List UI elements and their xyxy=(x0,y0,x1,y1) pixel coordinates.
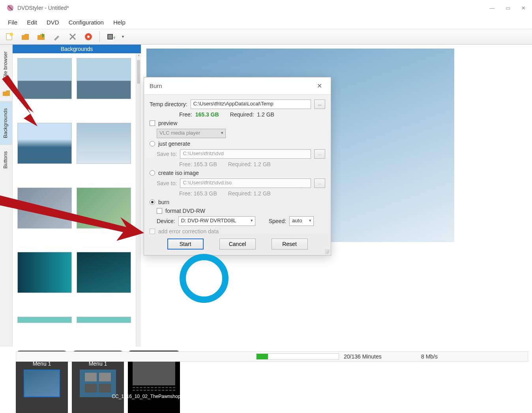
burn-label: burn xyxy=(158,199,169,205)
dialog-titlebar: Burn ✕ xyxy=(144,77,331,95)
required-value: 1.2 GB xyxy=(257,111,274,118)
disc-usage-fill xyxy=(257,354,268,359)
maximize-button[interactable]: ▭ xyxy=(506,5,510,11)
clip-thumb xyxy=(133,358,175,385)
format-dvdrw-label: format DVD-RW xyxy=(165,208,205,214)
menu-edit[interactable]: Edit xyxy=(23,17,41,27)
side-tab-backgrounds[interactable]: Backgrounds xyxy=(0,101,12,145)
window-title: DVDStyler - Untitled* xyxy=(17,5,489,11)
menubar: File Edit DVD Configuration Help xyxy=(0,16,532,29)
svg-rect-6 xyxy=(108,35,112,39)
temp-dir-browse-button[interactable]: ... xyxy=(314,99,325,109)
just-generate-radio[interactable] xyxy=(150,141,155,146)
temp-dir-label: Temp directory: xyxy=(150,101,187,107)
svg-point-2 xyxy=(10,33,13,36)
filmstrip-icon xyxy=(133,387,175,391)
saveto1-label: Save to: xyxy=(157,151,177,157)
scroll-up-icon[interactable]: ˄ xyxy=(136,53,141,60)
side-tab-folder-icon[interactable] xyxy=(0,86,12,101)
disc-usage-bar xyxy=(256,353,339,360)
add-clip-button[interactable]: + xyxy=(105,30,117,43)
clip-label: CC_1916_10_02_ThePawnshop_512kb xyxy=(111,392,197,400)
add-clip-dropdown-icon[interactable]: ▼ xyxy=(121,35,125,39)
speed-select[interactable]: auto xyxy=(289,216,314,226)
iso-free: Free: 165.3 GB xyxy=(179,190,217,197)
start-button[interactable]: Start xyxy=(167,238,204,250)
cancel-button[interactable]: Cancel xyxy=(219,238,256,250)
background-thumb[interactable] xyxy=(77,123,131,164)
required-label: Required: xyxy=(230,111,254,118)
backgrounds-grid xyxy=(13,53,136,347)
side-tab-file-browser[interactable]: File browser xyxy=(0,45,12,86)
menu-dvd[interactable]: DVD xyxy=(43,17,63,27)
backgrounds-scrollbar[interactable]: ˄ xyxy=(136,53,141,347)
gen-req: Required: 1.2 GB xyxy=(228,161,271,167)
menu-configuration[interactable]: Configuration xyxy=(65,17,108,27)
dialog-title: Burn xyxy=(150,83,314,89)
background-thumb[interactable] xyxy=(77,252,131,293)
iso-req: Required: 1.2 GB xyxy=(228,190,271,197)
gen-free: Free: 165.3 GB xyxy=(179,161,217,167)
saveto1-input[interactable]: C:\Users\tfritz\dvd xyxy=(180,149,311,159)
menu-help[interactable]: Help xyxy=(109,17,129,27)
brush-button[interactable] xyxy=(51,30,63,43)
saveto1-browse-button[interactable]: ... xyxy=(314,149,325,159)
ecc-checkbox[interactable] xyxy=(150,229,155,234)
resize-grip-icon[interactable] xyxy=(325,249,330,254)
free-value: 165.3 GB xyxy=(195,111,219,118)
scroll-thumb[interactable] xyxy=(137,60,140,84)
saveto2-browse-button[interactable]: ... xyxy=(314,178,325,188)
backgrounds-header: Backgrounds xyxy=(13,45,141,53)
status-bitrate: 8 Mb/s xyxy=(421,353,438,360)
device-select[interactable]: D: DVD-RW DVRTD08L xyxy=(178,216,255,226)
background-thumb[interactable] xyxy=(17,123,72,164)
just-generate-label: just generate xyxy=(158,141,190,147)
burn-radio[interactable] xyxy=(150,199,155,205)
preview-player-select[interactable]: VLC media player xyxy=(157,129,226,138)
svg-point-4 xyxy=(87,36,90,38)
background-thumb[interactable] xyxy=(17,58,72,99)
background-thumb[interactable] xyxy=(77,58,131,99)
minimize-button[interactable]: — xyxy=(489,5,495,11)
saveto2-input[interactable]: C:\Users\tfritz\dvd.iso xyxy=(180,178,311,188)
statusbar: 20/136 Minutes 8 Mb/s xyxy=(16,351,528,362)
new-button[interactable] xyxy=(3,30,16,43)
speed-label: Speed: xyxy=(269,218,286,224)
create-iso-radio[interactable] xyxy=(150,170,155,176)
settings-button[interactable] xyxy=(66,30,79,43)
background-thumb[interactable] xyxy=(17,252,72,293)
free-label: Free: xyxy=(179,111,192,118)
dialog-close-button[interactable]: ✕ xyxy=(314,81,325,90)
background-thumb[interactable] xyxy=(77,188,131,229)
menu-file[interactable]: File xyxy=(4,17,21,27)
side-tab-buttons[interactable]: Buttons xyxy=(0,145,12,175)
ecc-label: add error correction data xyxy=(158,228,219,235)
background-thumb[interactable] xyxy=(17,317,72,323)
close-button[interactable]: ✕ xyxy=(521,5,526,11)
timeline-thumb xyxy=(80,370,116,397)
preview-checkbox[interactable] xyxy=(150,120,155,126)
burn-dialog: Burn ✕ Temp directory: C:\Users\tfritz\A… xyxy=(144,77,331,255)
side-tabs: File browser Backgrounds Buttons xyxy=(0,45,13,347)
toolbar-separator xyxy=(99,31,100,42)
backgrounds-panel: Backgrounds ˄ xyxy=(13,45,141,347)
background-thumb[interactable] xyxy=(17,188,72,229)
preview-label: preview xyxy=(158,120,177,126)
temp-dir-input[interactable]: C:\Users\tfritz\AppData\Local\Temp xyxy=(191,99,311,109)
background-thumb[interactable] xyxy=(77,317,131,323)
burn-button[interactable] xyxy=(82,30,95,43)
svg-text:+: + xyxy=(113,34,115,41)
titlebar: DVDStyler - Untitled* — ▭ ✕ xyxy=(0,0,532,16)
device-label: Device: xyxy=(157,218,175,224)
format-dvdrw-checkbox[interactable] xyxy=(157,208,162,214)
save-button[interactable] xyxy=(35,30,47,43)
app-icon xyxy=(6,4,14,12)
status-minutes: 20/136 Minutes xyxy=(344,353,382,360)
create-iso-label: create iso image xyxy=(158,170,199,176)
timeline-thumb xyxy=(24,370,60,397)
open-button[interactable] xyxy=(19,30,32,43)
reset-button[interactable]: Reset xyxy=(272,238,308,250)
saveto2-label: Save to: xyxy=(157,180,177,186)
toolbar: + ▼ xyxy=(0,29,532,45)
